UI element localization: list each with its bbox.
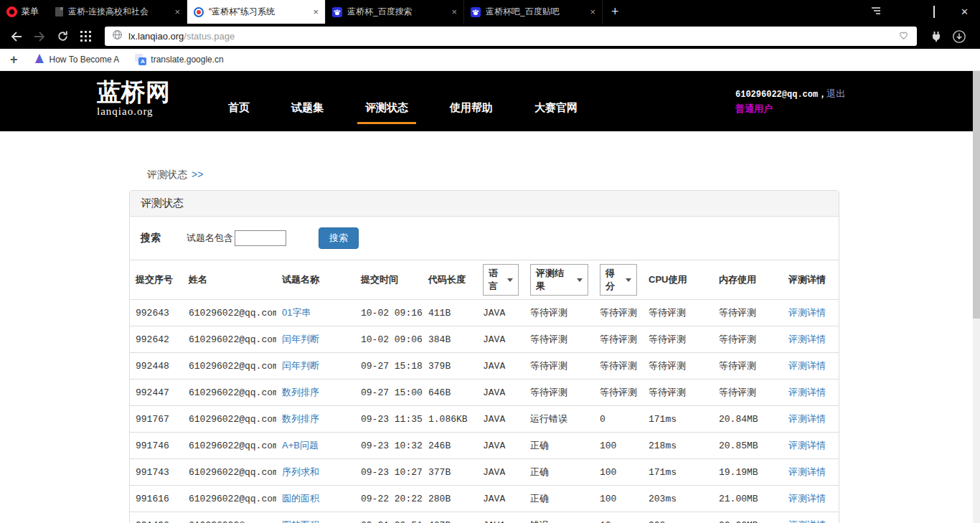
col-header-time: 提交时间 <box>355 260 423 300</box>
cell-detail: 评测详情 <box>783 433 839 459</box>
cell-result: 运行错误 <box>524 406 594 433</box>
nav-item-official[interactable]: 大赛官网 <box>532 101 580 131</box>
problem-link[interactable]: A+B问题 <box>282 440 319 451</box>
cell-time: 09-27 15:18 <box>355 353 423 380</box>
problem-name-label: 试题名包含 <box>187 232 233 245</box>
detail-link[interactable]: 评测详情 <box>788 334 826 344</box>
site-logo[interactable]: 蓝桥网 lanqiao.org <box>97 80 170 118</box>
cell-id: 991616 <box>130 486 183 512</box>
cell-size: 379B <box>423 353 477 380</box>
reload-button[interactable] <box>52 27 73 47</box>
detail-link[interactable]: 评测详情 <box>788 413 826 424</box>
cell-time: 09-23 11:35 <box>355 406 423 433</box>
browser-menu-button[interactable]: 菜单 <box>22 6 39 18</box>
cell-detail: 评测详情 <box>783 486 839 512</box>
cell-result: 等待评测 <box>524 300 594 326</box>
logo-subtitle: lanqiao.org <box>97 105 170 118</box>
col-header-language: 语言 <box>477 260 524 300</box>
detail-link[interactable]: 评测详情 <box>788 493 826 504</box>
search-row: 搜索 试题名包含 搜索 <box>130 217 839 260</box>
problem-link[interactable]: 序列求和 <box>282 466 319 477</box>
back-button[interactable] <box>6 27 27 47</box>
col-header-score: 得分 <box>594 260 643 300</box>
cell-memory: 19.19MB <box>713 459 783 486</box>
close-window-button[interactable]: ✕ <box>961 7 969 17</box>
detail-link[interactable]: 评测详情 <box>788 519 826 523</box>
cell-size: 1.086KB <box>423 406 477 433</box>
detail-link[interactable]: 评测详情 <box>788 387 826 397</box>
maximize-button[interactable] <box>933 7 935 17</box>
col-header-size: 代码长度 <box>423 260 477 300</box>
tab-close-icon[interactable]: × <box>590 6 595 17</box>
col-header-problem: 试题名称 <box>276 260 355 300</box>
search-button[interactable]: 搜索 <box>319 227 359 249</box>
translate-icon: A <box>135 54 146 65</box>
address-bar[interactable]: lx.lanqiao.org/status.page <box>105 27 917 46</box>
user-info: 610296022@qq.com，退出 普通用户 <box>735 87 845 116</box>
detail-link[interactable]: 评测详情 <box>788 360 826 371</box>
network-signal-icon[interactable] <box>870 6 882 19</box>
opera-logo-icon[interactable] <box>6 6 17 17</box>
bookmark-item-1[interactable]: How To Become A <box>34 53 120 66</box>
tab-close-icon[interactable]: × <box>313 6 319 17</box>
cell-time: 10-02 09:16 <box>355 300 423 326</box>
cell-lang: JAVA <box>477 486 524 512</box>
bookmarks-bar: + How To Become A A translate.google.cn <box>0 49 980 71</box>
table-row: 992447610296022@qq.com数列排序09-27 15:00646… <box>130 380 839 406</box>
language-filter-select[interactable]: 语言 <box>483 264 519 296</box>
table-row: 991616610296022@qq.com圆的面积09-22 20:22280… <box>130 486 839 512</box>
browser-tab-4[interactable]: 蓝桥杯吧_百度贴吧 × <box>464 0 603 24</box>
problem-link[interactable]: 圆的面积 <box>282 519 319 523</box>
nav-item-help[interactable]: 使用帮助 <box>448 101 495 131</box>
download-icon[interactable] <box>948 27 970 47</box>
nav-item-problems[interactable]: 试题集 <box>289 101 326 131</box>
detail-link[interactable]: 评测详情 <box>788 466 826 477</box>
score-filter-select[interactable]: 得分 <box>600 264 637 296</box>
tab-close-icon[interactable]: × <box>174 6 180 17</box>
cell-cpu: 171ms <box>643 459 713 486</box>
cell-time: 09-23 10:32 <box>355 433 423 459</box>
speed-dial-icon[interactable] <box>75 27 96 47</box>
table-row: 991767610296022@qq.com数列排序09-23 11:351.0… <box>130 406 839 433</box>
table-row: 991746610296022@qq.comA+B问题09-23 10:3224… <box>130 433 839 459</box>
cell-detail: 评测详情 <box>783 459 839 486</box>
detail-link[interactable]: 评测详情 <box>788 440 826 451</box>
page-scrollbar[interactable] <box>973 71 980 523</box>
problem-link[interactable]: 圆的面积 <box>282 493 319 504</box>
add-bookmark-icon[interactable]: + <box>10 52 18 67</box>
cell-detail: 评测详情 <box>783 380 839 406</box>
result-filter-select[interactable]: 评测结果 <box>530 264 588 296</box>
problem-link[interactable]: 闰年判断 <box>282 334 319 344</box>
cell-name: 610296022@qq.com <box>183 433 276 459</box>
cell-detail: 评测详情 <box>783 353 839 380</box>
browser-tab-3[interactable]: 蓝桥杯_百度搜索 × <box>326 0 464 24</box>
problem-link[interactable]: 数列排序 <box>282 387 319 397</box>
problem-link[interactable]: 01字串 <box>282 307 311 318</box>
cell-score: 100 <box>594 486 643 512</box>
logout-link[interactable]: 退出 <box>826 88 845 99</box>
cell-name: 610296022@qq.com <box>183 380 276 406</box>
nav-item-home[interactable]: 首页 <box>226 101 252 131</box>
browser-tab-1[interactable]: 蓝桥-连接高校和社会 × <box>49 0 187 24</box>
cell-memory: 21.00MB <box>713 486 783 512</box>
bookmark-item-2[interactable]: A translate.google.cn <box>135 54 223 65</box>
col-header-name: 姓名 <box>183 260 276 300</box>
extension-icon[interactable] <box>925 27 947 47</box>
problem-link[interactable]: 数列排序 <box>282 413 319 424</box>
new-tab-button[interactable]: + <box>603 4 628 19</box>
site-header: 蓝桥网 lanqiao.org 首页 试题集 评测状态 使用帮助 大赛官网 61… <box>0 71 980 131</box>
cell-problem: 数列排序 <box>276 380 355 406</box>
language-filter-label: 语言 <box>489 267 501 293</box>
detail-link[interactable]: 评测详情 <box>788 307 826 318</box>
cell-problem: 圆的面积 <box>276 486 355 512</box>
forward-button[interactable] <box>29 27 50 47</box>
cell-memory: 20.92MB <box>713 512 783 523</box>
browser-tab-2-active[interactable]: “蓝桥杯”练习系统 × <box>187 0 326 24</box>
problem-link[interactable]: 闰年判断 <box>282 360 319 371</box>
problem-name-input[interactable] <box>235 230 286 246</box>
cell-detail: 评测详情 <box>783 406 839 433</box>
tab-close-icon[interactable]: × <box>451 6 457 17</box>
bookmark-heart-icon[interactable] <box>897 29 910 44</box>
scrollbar-thumb[interactable] <box>973 71 980 319</box>
nav-item-status[interactable]: 评测状态 <box>363 101 410 131</box>
